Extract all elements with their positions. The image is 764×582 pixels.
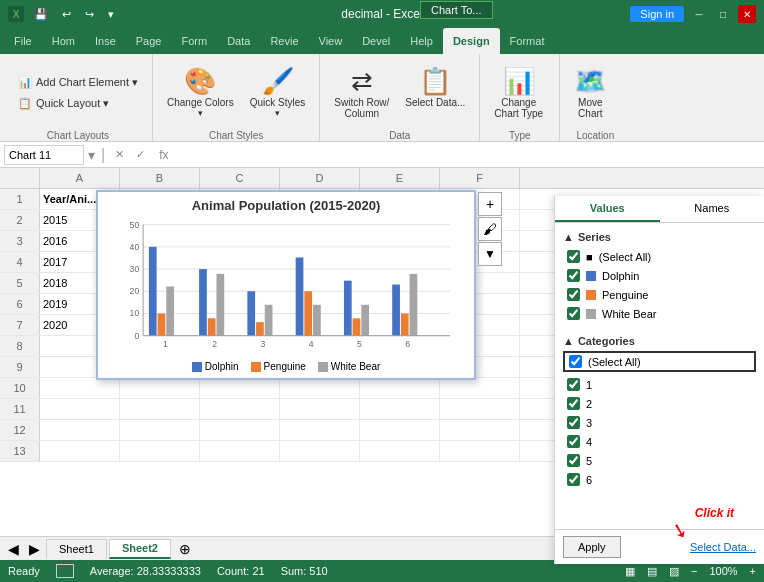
tab-data[interactable]: Data: [217, 28, 260, 54]
cat-2: 2: [563, 394, 756, 413]
sheet-scroll-right[interactable]: ▶: [25, 539, 44, 559]
filter-tab-values[interactable]: Values: [555, 196, 660, 222]
col-header-row: A B C D E F: [0, 168, 764, 189]
chart-style-btn[interactable]: 🖌: [478, 217, 502, 241]
chart-filter-btn[interactable]: ▼: [478, 242, 502, 266]
confirm-formula-btn[interactable]: ✓: [132, 148, 149, 161]
function-btn[interactable]: fx: [153, 148, 174, 162]
tab-insert[interactable]: Inse: [85, 28, 126, 54]
chart-title: Animal Population (2015-2020): [98, 192, 474, 215]
add-chart-element-btn[interactable]: 📊 Add Chart Element ▾: [12, 73, 144, 92]
svg-text:3: 3: [260, 339, 265, 349]
sheet-tab-sheet1[interactable]: Sheet1: [46, 539, 107, 559]
close-btn[interactable]: ✕: [738, 5, 756, 23]
col-header-D: D: [280, 168, 360, 188]
cat-select-all-checkbox[interactable]: [569, 355, 582, 368]
tab-file[interactable]: File: [4, 28, 42, 54]
svg-rect-17: [208, 318, 216, 335]
svg-text:0: 0: [134, 331, 139, 341]
zoom-in-btn[interactable]: +: [750, 565, 756, 578]
cat-6-checkbox[interactable]: [567, 473, 580, 486]
quick-redo[interactable]: ↪: [81, 6, 98, 23]
series-penguine-checkbox[interactable]: [567, 288, 580, 301]
filter-tab-names[interactable]: Names: [660, 196, 765, 222]
tab-format[interactable]: Format: [500, 28, 555, 54]
restore-btn[interactable]: □: [714, 5, 732, 23]
cat-2-checkbox[interactable]: [567, 397, 580, 410]
expand-icon[interactable]: ▾: [88, 147, 95, 163]
location-label: Location: [568, 128, 622, 141]
tab-formulas[interactable]: Form: [171, 28, 217, 54]
select-data-ribbon-btn[interactable]: 📋 Select Data...: [399, 62, 471, 112]
formula-bar: Chart 11 ▾ | ✕ ✓ fx: [0, 142, 764, 168]
svg-rect-13: [158, 313, 166, 335]
quick-save[interactable]: 💾: [30, 6, 52, 23]
svg-rect-20: [247, 291, 255, 335]
svg-rect-22: [265, 305, 273, 336]
tab-view[interactable]: View: [309, 28, 353, 54]
cat-4-checkbox[interactable]: [567, 435, 580, 448]
tab-help[interactable]: Help: [400, 28, 443, 54]
chart-add-btn[interactable]: +: [478, 192, 502, 216]
ribbon-group-data: ⇄ Switch Row/ Column 📋 Select Data... Da…: [320, 54, 480, 141]
styles-icon: 🖌️: [262, 66, 294, 97]
svg-text:30: 30: [130, 264, 140, 274]
title-bar: X 💾 ↩ ↪ ▾ decimal - Excel Chart To... Si…: [0, 0, 764, 28]
sum-status: Sum: 510: [281, 565, 328, 577]
normal-view-icon[interactable]: ▦: [625, 565, 635, 578]
name-box[interactable]: Chart 11: [4, 145, 84, 165]
quick-menu[interactable]: ▾: [104, 6, 118, 23]
change-colors-btn[interactable]: 🎨 Change Colors ▾: [161, 62, 240, 122]
cat-3-checkbox[interactable]: [567, 416, 580, 429]
page-layout-icon[interactable]: ▤: [647, 565, 657, 578]
quick-undo[interactable]: ↩: [58, 6, 75, 23]
tab-review[interactable]: Revie: [260, 28, 308, 54]
chart-type-icon: 📊: [503, 66, 535, 97]
sign-in-btn[interactable]: Sign in: [630, 6, 684, 22]
series-select-all: ■ (Select All): [563, 247, 756, 266]
svg-rect-30: [361, 305, 369, 336]
change-chart-type-btn[interactable]: 📊 Change Chart Type: [488, 62, 549, 123]
ribbon-group-type: 📊 Change Chart Type Type: [480, 54, 560, 141]
col-header-E: E: [360, 168, 440, 188]
add-sheet-btn[interactable]: ⊕: [173, 539, 197, 559]
switch-row-column-btn[interactable]: ⇄ Switch Row/ Column: [328, 62, 395, 123]
ribbon-group-chart-styles: 🎨 Change Colors ▾ 🖌️ Quick Styles ▾ Char…: [153, 54, 320, 141]
svg-text:2: 2: [212, 339, 217, 349]
sheet-tab-sheet2[interactable]: Sheet2: [109, 539, 171, 559]
data-label: Data: [328, 128, 471, 141]
select-data-link[interactable]: Select Data...: [690, 541, 756, 553]
chart-tools-btn[interactable]: Chart To...: [420, 1, 493, 19]
series-collapse-icon[interactable]: ▲: [563, 231, 574, 243]
tab-developer[interactable]: Devel: [352, 28, 400, 54]
sheet-scroll-left[interactable]: ◀: [4, 539, 23, 559]
colors-dropdown[interactable]: ▾: [198, 108, 203, 118]
cancel-formula-btn[interactable]: ✕: [111, 148, 128, 161]
series-dolphin-checkbox[interactable]: [567, 269, 580, 282]
col-header-C: C: [200, 168, 280, 188]
move-chart-btn[interactable]: 🗺️ Move Chart: [568, 62, 612, 123]
select-data-icon: 📋: [419, 66, 451, 97]
type-label: Type: [488, 128, 551, 141]
svg-rect-25: [304, 291, 312, 335]
series-select-all-checkbox[interactable]: [567, 250, 580, 263]
styles-dropdown[interactable]: ▾: [275, 108, 280, 118]
zoom-out-btn[interactable]: −: [691, 565, 697, 578]
cat-5-checkbox[interactable]: [567, 454, 580, 467]
minimize-btn[interactable]: ─: [690, 5, 708, 23]
tab-home[interactable]: Hom: [42, 28, 85, 54]
apply-btn[interactable]: Apply: [563, 536, 621, 558]
filter-panel: Values Names ▲ Series ■ (Select All) Dol…: [554, 196, 764, 564]
ribbon-tab-bar: File Hom Inse Page Form Data Revie View …: [0, 28, 764, 54]
formula-input[interactable]: [179, 149, 761, 161]
quick-layout-btn[interactable]: 📋 Quick Layout ▾: [12, 94, 144, 113]
series-whitebear-checkbox[interactable]: [567, 307, 580, 320]
tab-design[interactable]: Design: [443, 28, 500, 54]
categories-collapse-icon[interactable]: ▲: [563, 335, 574, 347]
page-break-icon[interactable]: ▨: [669, 565, 679, 578]
chart-container[interactable]: Animal Population (2015-2020) 0 10 20 30…: [96, 190, 476, 380]
tab-page[interactable]: Page: [126, 28, 172, 54]
formula-bar-divider: |: [99, 146, 107, 164]
cat-1-checkbox[interactable]: [567, 378, 580, 391]
quick-styles-btn[interactable]: 🖌️ Quick Styles ▾: [244, 62, 312, 122]
